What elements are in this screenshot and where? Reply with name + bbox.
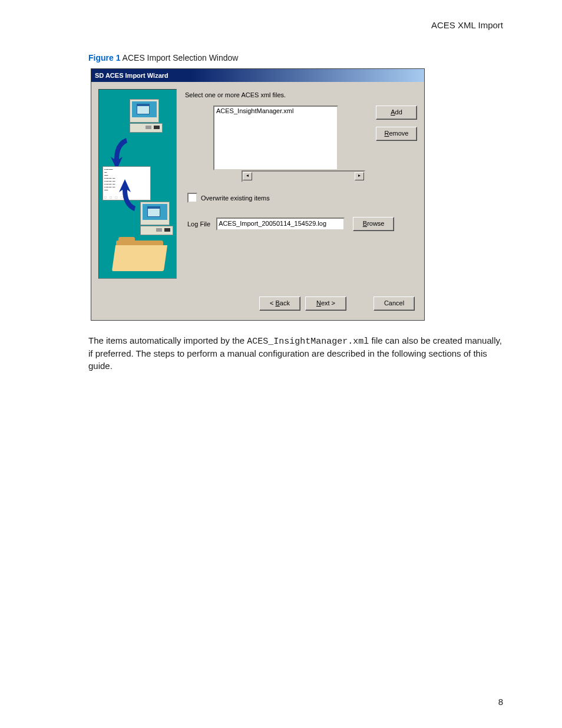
list-item[interactable]: ACES_InsightManager.xml (215, 107, 336, 114)
instruction-text: Select one or more ACES xml files. (185, 91, 417, 98)
dialog-main-panel: Select one or more ACES xml files. ACES_… (177, 89, 417, 284)
dialog-screenshot: SD ACES Import Wizard (91, 68, 503, 321)
scroll-left-icon[interactable]: ◂ (243, 172, 252, 180)
arrow-up-icon (119, 178, 138, 213)
remove-button[interactable]: Remove (376, 127, 417, 141)
overwrite-checkbox-row: Overwrite existing items (187, 193, 417, 203)
wizard-dialog: SD ACES Import Wizard (91, 68, 425, 321)
overwrite-label: Overwrite existing items (201, 195, 270, 202)
dialog-footer: < Back Next > Cancel (91, 288, 424, 320)
wizard-side-graphic (98, 89, 177, 279)
dialog-titlebar: SD ACES Import Wizard (91, 69, 424, 82)
cancel-button[interactable]: Cancel (373, 297, 415, 311)
browse-button[interactable]: Browse (353, 217, 394, 231)
section-header: ACES XML Import (431, 20, 503, 30)
arrow-down-icon (111, 136, 130, 171)
horizontal-scrollbar[interactable]: ◂ ▸ (242, 170, 365, 182)
computer-icon (130, 99, 163, 133)
dialog-body: Select one or more ACES xml files. ACES_… (91, 82, 424, 288)
body-paragraph: The items automatically imported by the … (88, 335, 503, 372)
computer-icon (140, 202, 173, 235)
file-listbox[interactable]: ACES_InsightManager.xml (213, 106, 338, 170)
overwrite-checkbox[interactable] (187, 193, 197, 203)
next-button[interactable]: Next > (305, 297, 346, 311)
logfile-input[interactable]: ACES_Import_20050114_154529.log (216, 218, 345, 230)
scroll-right-icon[interactable]: ▸ (355, 172, 364, 180)
add-button[interactable]: Add (376, 106, 417, 120)
figure-number: Figure 1 (88, 53, 120, 62)
code-text: ACES_InsightManager.xml (247, 337, 369, 347)
back-button[interactable]: < Back (259, 297, 300, 311)
document-page: ACES XML Import Figure 1 ACES Import Sel… (0, 0, 562, 728)
logfile-label: Log File (187, 220, 210, 228)
folder-icon (114, 237, 170, 272)
figure-title: ACES Import Selection Window (123, 53, 239, 62)
figure-caption: Figure 1 ACES Import Selection Window (88, 53, 503, 62)
page-number: 8 (498, 697, 503, 707)
